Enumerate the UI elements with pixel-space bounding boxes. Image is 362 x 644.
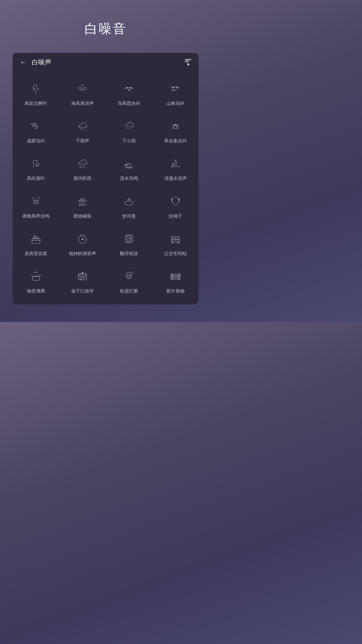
indoor-rain-icon (75, 156, 90, 171)
svg-point-46 (174, 275, 177, 278)
svg-line-8 (130, 128, 130, 129)
rain-label: 下雨声 (76, 138, 89, 144)
pot-boil-label: 锅里沸腾 (27, 288, 45, 294)
svg-rect-44 (178, 275, 179, 276)
night-insects-icon (168, 119, 183, 134)
clock-tick-label: 电钟的滴答声 (69, 251, 96, 257)
svg-point-47 (175, 276, 176, 277)
night-wind-bugs-icon (28, 194, 43, 209)
bus-stop-label: 公交车到站 (164, 251, 187, 257)
item-machine-grind[interactable]: 机器打磨 (106, 262, 152, 299)
school-out-label: 孩子们放学 (71, 288, 94, 294)
item-wind-leaves[interactable]: 风吹过树叶 (13, 74, 59, 112)
svg-point-0 (127, 87, 128, 88)
item-fry-onion[interactable]: 炒洋葱 (106, 187, 152, 224)
item-rain[interactable]: 下雨声 (59, 112, 106, 149)
queue-play-button[interactable] (185, 59, 192, 66)
card-header: ← 白噪声 (13, 53, 199, 72)
sea-waves-icon (75, 81, 90, 96)
light-rain-label: 下小雨 (122, 138, 136, 144)
item-pot-boil[interactable]: 锅里沸腾 (13, 262, 59, 299)
svg-point-10 (174, 125, 175, 126)
wind-leaves-label: 风吹过树叶 (25, 100, 47, 107)
svg-rect-40 (171, 274, 173, 279)
svg-point-23 (82, 239, 83, 240)
pot-boil-icon (28, 269, 43, 284)
film-reel-label: 胶片卷轴 (166, 288, 185, 294)
item-chopsticks[interactable]: 摆放碗筷 (59, 187, 106, 224)
item-flip-paper[interactable]: 翻开纸张 (106, 224, 152, 262)
main-card: ← 白噪声 风吹过树叶 海风海浪声 (13, 53, 199, 304)
header-left: ← 白噪声 (20, 58, 51, 67)
item-night-wind-bugs[interactable]: 夜晚风声虫鸣 (13, 187, 59, 224)
page-title: 白噪音 (84, 0, 127, 53)
item-night-insects[interactable]: 草丛夜虫叫 (152, 112, 199, 149)
svg-rect-41 (178, 274, 180, 279)
chopsticks-label: 摆放碗筷 (73, 213, 92, 219)
flock-birds-label: 成群鸟叫 (27, 138, 45, 144)
item-light-rain[interactable]: 下小雨 (106, 112, 152, 149)
item-kitchen-chop[interactable]: 厨房里切菜 (13, 224, 59, 262)
clear-stream-icon (168, 156, 183, 171)
item-forest-birds[interactable]: 山林鸟叫 (152, 74, 199, 112)
svg-line-5 (82, 128, 82, 130)
item-stream-birds[interactable]: 流水鸟鸣 (106, 149, 152, 187)
item-school-out[interactable]: 孩子们放学 (59, 262, 106, 299)
item-sea-waves[interactable]: 海风海浪声 (59, 74, 106, 112)
rain-icon (75, 119, 90, 134)
fry-onion-label: 炒洋葱 (122, 213, 136, 219)
item-fallen-leaves[interactable]: 风吹落叶 (13, 149, 59, 187)
sound-grid: 风吹过树叶 海风海浪声 鸟和昆虫叫 山林鸟叫 成群鸟叫 (13, 72, 199, 304)
item-clock-tick[interactable]: 电钟的滴答声 (59, 224, 106, 262)
item-indoor-rain[interactable]: 屋内听雨 (59, 149, 106, 187)
bus-stop-icon (168, 231, 183, 247)
sea-waves-label: 海风海浪声 (71, 100, 94, 107)
svg-rect-35 (80, 277, 82, 279)
svg-line-13 (82, 166, 82, 167)
svg-rect-16 (78, 200, 86, 201)
svg-line-6 (84, 128, 84, 130)
fallen-leaves-icon (28, 156, 43, 171)
machine-grind-icon (121, 269, 137, 284)
birds-insects-label: 鸟和昆虫叫 (118, 100, 140, 107)
skipping-rope-icon (168, 194, 183, 209)
svg-rect-36 (83, 277, 85, 278)
svg-point-15 (35, 200, 37, 204)
svg-rect-30 (172, 237, 175, 239)
svg-rect-20 (33, 237, 35, 239)
svg-rect-31 (176, 237, 178, 239)
item-bus-stop[interactable]: 公交车到站 (152, 224, 199, 262)
night-wind-bugs-label: 夜晚风声虫鸣 (22, 213, 50, 219)
item-skipping-rope[interactable]: 扯绳子 (152, 187, 199, 224)
item-clear-stream[interactable]: 清澈水流声 (152, 149, 199, 187)
back-button[interactable]: ← (20, 59, 27, 66)
machine-grind-label: 机器打磨 (120, 288, 138, 294)
item-film-reel[interactable]: 胶片卷轴 (152, 262, 199, 299)
chopsticks-icon (75, 194, 90, 209)
svg-rect-25 (127, 235, 132, 242)
svg-rect-43 (171, 277, 172, 278)
fry-onion-icon (121, 194, 137, 209)
kitchen-chop-icon (28, 231, 43, 247)
svg-point-2 (173, 87, 174, 88)
svg-point-11 (176, 125, 176, 126)
forest-birds-label: 山林鸟叫 (166, 100, 185, 107)
flock-birds-icon (28, 119, 43, 134)
fallen-leaves-label: 风吹落叶 (27, 175, 45, 182)
skipping-rope-label: 扯绳子 (169, 213, 182, 219)
stream-birds-icon (121, 156, 137, 171)
item-flock-birds[interactable]: 成群鸟叫 (13, 112, 59, 149)
svg-line-14 (84, 166, 84, 167)
svg-rect-29 (171, 236, 179, 242)
night-insects-label: 草丛夜虫叫 (164, 138, 187, 144)
clear-stream-label: 清澈水流声 (164, 175, 187, 182)
wind-leaves-icon (28, 81, 43, 96)
birds-insects-icon (121, 81, 137, 96)
indoor-rain-label: 屋内听雨 (73, 175, 92, 182)
kitchen-chop-label: 厨房里切菜 (25, 251, 47, 257)
svg-line-4 (80, 128, 80, 130)
flip-paper-icon (121, 231, 137, 247)
svg-point-1 (130, 87, 131, 88)
svg-point-37 (82, 273, 83, 274)
item-birds-insects[interactable]: 鸟和昆虫叫 (106, 74, 152, 112)
